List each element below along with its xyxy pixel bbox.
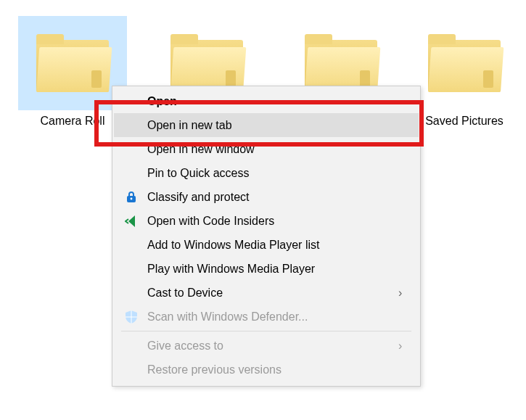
menu-item-pin-quick-access[interactable]: Pin to Quick access — [114, 161, 419, 185]
chevron-right-icon: › — [398, 287, 408, 300]
menu-item-scan-defender[interactable]: Scan with Windows Defender... — [114, 305, 419, 329]
blank-icon — [123, 117, 140, 134]
menu-item-label: Scan with Windows Defender... — [147, 310, 408, 324]
menu-item-open-new-window[interactable]: Open in new window — [114, 137, 419, 161]
menu-item-label: Give access to — [147, 339, 398, 353]
blank-icon — [123, 93, 140, 110]
chevron-right-icon: › — [398, 339, 408, 353]
blank-icon — [123, 284, 140, 302]
folder-icon — [305, 34, 377, 92]
blank-icon — [123, 337, 140, 355]
menu-item-label: Open with Code Insiders — [147, 215, 408, 228]
menu-item-restore-versions[interactable]: Restore previous versions — [114, 358, 419, 382]
blank-icon — [123, 260, 140, 278]
menu-item-label: Add to Windows Media Player list — [147, 239, 408, 252]
menu-item-open-new-tab[interactable]: Open in new tab — [114, 113, 419, 137]
shield-icon — [123, 308, 140, 326]
folder-label: Saved Pictures — [406, 115, 522, 128]
menu-item-label: Open — [147, 95, 408, 108]
folder-icon — [170, 34, 243, 92]
blank-icon — [123, 361, 140, 379]
menu-separator — [121, 331, 411, 332]
folder-icon-wrap — [410, 16, 519, 110]
menu-item-play-wmp[interactable]: Play with Windows Media Player — [114, 257, 419, 281]
folder-icon — [36, 34, 109, 92]
folder-item[interactable]: Saved Pictures — [406, 16, 522, 128]
folder-icon — [428, 34, 501, 92]
menu-item-label: Cast to Device — [147, 287, 398, 300]
vscode-insiders-icon — [123, 213, 140, 230]
blank-icon — [123, 141, 140, 158]
menu-item-label: Pin to Quick access — [147, 167, 408, 180]
context-menu: Open Open in new tab Open in new window … — [112, 86, 421, 387]
menu-item-cast-to-device[interactable]: Cast to Device › — [114, 281, 419, 305]
menu-item-classify-protect[interactable]: Classify and protect — [114, 185, 419, 209]
menu-item-label: Restore previous versions — [147, 363, 408, 376]
menu-item-open-code-insiders[interactable]: Open with Code Insiders — [114, 209, 419, 233]
blank-icon — [123, 236, 140, 254]
lock-icon — [123, 189, 140, 206]
menu-item-open[interactable]: Open — [114, 89, 419, 113]
svg-point-1 — [131, 197, 133, 199]
menu-item-label: Classify and protect — [147, 191, 408, 204]
menu-item-label: Open in new tab — [147, 119, 408, 132]
menu-item-add-wmp-list[interactable]: Add to Windows Media Player list — [114, 233, 419, 257]
blank-icon — [123, 165, 140, 182]
menu-item-label: Open in new window — [147, 143, 408, 156]
menu-item-label: Play with Windows Media Player — [147, 263, 408, 276]
folder-selection-highlight — [18, 16, 127, 110]
file-explorer-view: Camera Roll Saved Pictures Open Open in … — [0, 0, 526, 420]
menu-item-give-access[interactable]: Give access to › — [114, 334, 419, 358]
